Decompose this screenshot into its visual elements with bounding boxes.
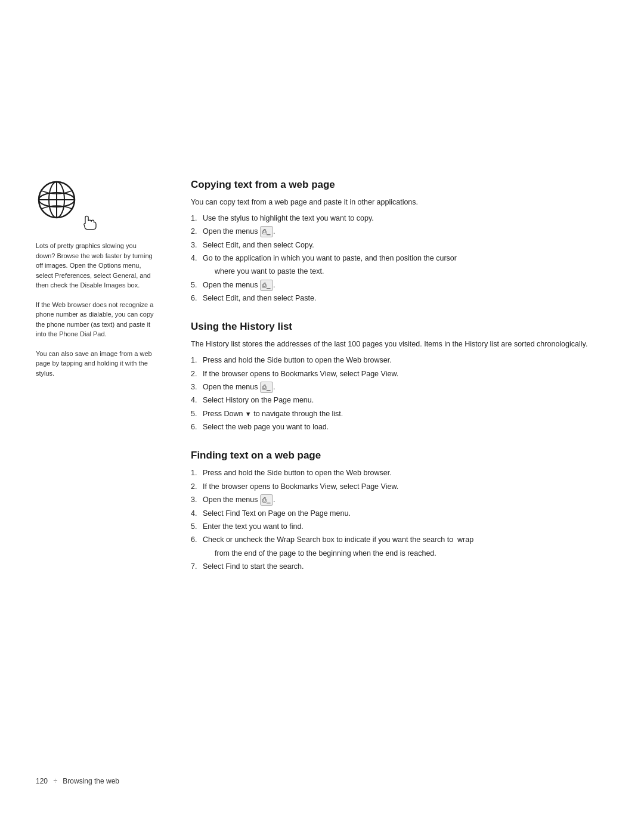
section-copy-text: Copying text from a web page You can cop… [191, 179, 608, 304]
footer-page-number: 120 [36, 777, 48, 785]
main-content: Copying text from a web page You can cop… [173, 0, 644, 833]
step-number: 6. [191, 422, 203, 433]
find-text-title: Finding text on a web page [191, 450, 608, 462]
step-text: from the end of the page to the beginnin… [203, 548, 608, 559]
step-item: 6. Select Edit, and then select Paste. [191, 293, 608, 304]
sidebar-text-3: You can also save an image from a web pa… [36, 349, 155, 379]
step-text: Open the menus ⎙⎯. [203, 226, 608, 237]
menu-icon: ⎙⎯ [260, 494, 273, 506]
step-text: Check or uncheck the Wrap Search box to … [203, 534, 608, 546]
step-item: where you want to paste the text. [191, 266, 608, 277]
step-item: 7. Select Find to start the search. [191, 561, 608, 572]
step-number: 3. [191, 382, 203, 393]
sidebar-text-1: Lots of pretty graphics slowing you down… [36, 241, 155, 290]
step-text: Open the menus ⎙⎯. [203, 382, 608, 393]
step-text: Press and hold the Side button to open t… [203, 467, 608, 479]
step-number: 4. [191, 508, 203, 519]
step-item: 5. Open the menus ⎙⎯. [191, 280, 608, 291]
step-item: 2. If the browser opens to Bookmarks Vie… [191, 481, 608, 493]
step-text: Enter the text you want to find. [203, 521, 608, 532]
step-number: 4. [191, 395, 203, 406]
globe-icon [36, 179, 78, 221]
step-number: 5. [191, 521, 203, 532]
step-number: 3. [191, 494, 203, 506]
step-text: Press and hold the Side button to open t… [203, 355, 608, 366]
step-item: 5. Enter the text you want to find. [191, 521, 608, 532]
step-number: 1. [191, 467, 203, 479]
step-text: Press Down ▼ to navigate through the lis… [203, 408, 608, 420]
step-item: 3. Open the menus ⎙⎯. [191, 494, 608, 506]
step-item: 3. Open the menus ⎙⎯. [191, 382, 608, 393]
history-steps: 1. Press and hold the Side button to ope… [191, 355, 608, 433]
step-number: 1. [191, 355, 203, 366]
sidebar-text-2: If the Web browser does not recognize a … [36, 300, 155, 339]
menu-icon: ⎙⎯ [260, 280, 273, 291]
step-text: where you want to paste the text. [203, 266, 608, 277]
step-text: Select Find to start the search. [203, 561, 608, 572]
step-text: Open the menus ⎙⎯. [203, 280, 608, 291]
step-number: 6. [191, 293, 203, 304]
copy-text-intro: You can copy text from a web page and pa… [191, 197, 608, 208]
step-text: Select the web page you want to load. [203, 422, 608, 433]
step-number: 5. [191, 280, 203, 291]
step-item: from the end of the page to the beginnin… [191, 548, 608, 559]
down-arrow-icon: ▼ [245, 409, 252, 419]
section-history: Using the History list The History list … [191, 321, 608, 433]
footer-label: Browsing the web [63, 777, 119, 785]
step-number: 3. [191, 240, 203, 251]
step-number: 2. [191, 481, 203, 493]
copy-text-steps: 1. Use the stylus to highlight the text … [191, 213, 608, 305]
history-title: Using the History list [191, 321, 608, 333]
step-item: 1. Press and hold the Side button to ope… [191, 467, 608, 479]
step-item: 2. If the browser opens to Bookmarks Vie… [191, 368, 608, 380]
find-text-steps: 1. Press and hold the Side button to ope… [191, 467, 608, 572]
sidebar: Lots of pretty graphics slowing you down… [0, 0, 173, 833]
step-item: 1. Press and hold the Side button to ope… [191, 355, 608, 366]
history-intro: The History list stores the addresses of… [191, 339, 608, 350]
step-item: 5. Press Down ▼ to navigate through the … [191, 408, 608, 420]
step-text: Open the menus ⎙⎯. [203, 494, 608, 506]
step-number: 2. [191, 368, 203, 380]
menu-icon: ⎙⎯ [260, 226, 273, 237]
step-text: Select Find Text on Page on the Page men… [203, 508, 608, 519]
step-text: If the browser opens to Bookmarks View, … [203, 481, 608, 493]
step-item: 3. Select Edit, and then select Copy. [191, 240, 608, 251]
step-number: 1. [191, 213, 203, 224]
step-text: Select History on the Page menu. [203, 395, 608, 406]
step-number: 2. [191, 226, 203, 237]
step-item: 6. Select the web page you want to load. [191, 422, 608, 433]
step-text: If the browser opens to Bookmarks View, … [203, 368, 608, 380]
step-number: 7. [191, 561, 203, 572]
step-text: Select Edit, and then select Copy. [203, 240, 608, 251]
step-item: 6. Check or uncheck the Wrap Search box … [191, 534, 608, 546]
step-item: 4. Go to the application in which you wa… [191, 253, 608, 264]
step-text: Use the stylus to highlight the text you… [203, 213, 608, 224]
step-item: 2. Open the menus ⎙⎯. [191, 226, 608, 237]
page: Lots of pretty graphics slowing you down… [0, 0, 644, 833]
footer: 120 ÷ Browsing the web [36, 777, 119, 785]
step-item: 1. Use the stylus to highlight the text … [191, 213, 608, 224]
step-item: 4. Select Find Text on Page on the Page … [191, 508, 608, 519]
section-find-text: Finding text on a web page 1. Press and … [191, 450, 608, 572]
footer-separator: ÷ [53, 777, 57, 785]
step-number: 6. [191, 534, 203, 546]
step-item: 4. Select History on the Page menu. [191, 395, 608, 406]
copy-text-title: Copying text from a web page [191, 179, 608, 191]
menu-icon: ⎙⎯ [260, 382, 273, 393]
step-text: Select Edit, and then select Paste. [203, 293, 608, 304]
step-number: 5. [191, 408, 203, 420]
step-text: Go to the application in which you want … [203, 253, 608, 264]
step-number: 4. [191, 253, 203, 264]
hand-icon [80, 213, 98, 231]
